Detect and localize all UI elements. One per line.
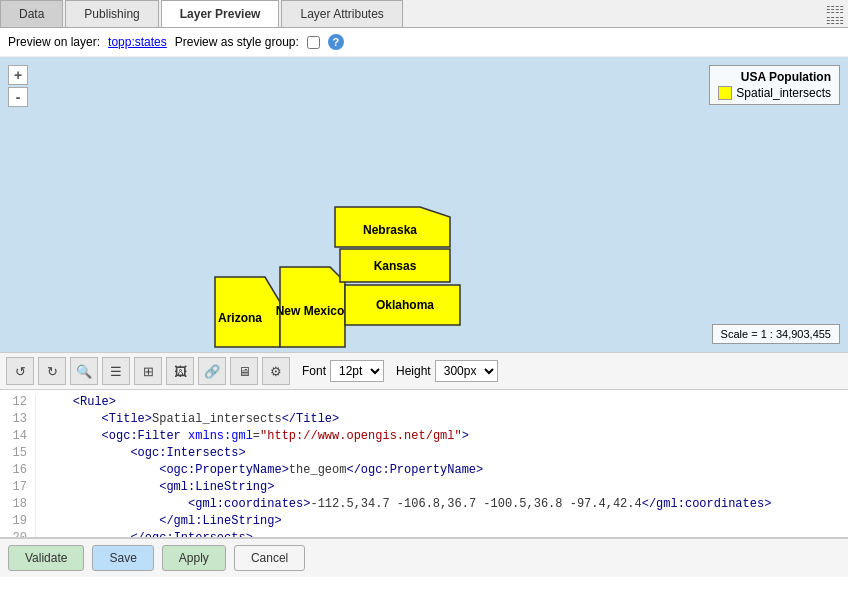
tab-data[interactable]: Data (0, 0, 63, 27)
height-label: Height (396, 364, 431, 378)
line-number: 16 (0, 462, 36, 479)
line-content: </gml:LineString> (44, 513, 282, 530)
line-content: </ogc:Intersects> (44, 530, 253, 538)
line-number: 15 (0, 445, 36, 462)
code-line-13: 13 <Title>Spatial_intersects</Title> (0, 411, 848, 428)
code-line-19: 19 </gml:LineString> (0, 513, 848, 530)
map-container[interactable]: + - Arizona New Mexico Nebraska Kansas O… (0, 57, 848, 352)
code-editor[interactable]: 12 <Rule> 13 <Title>Spatial_intersects</… (0, 390, 848, 538)
legend-item: Spatial_intersects (718, 86, 831, 100)
svg-text:New Mexico: New Mexico (276, 304, 345, 318)
code-line-17: 17 <gml:LineString> (0, 479, 848, 496)
code-line-20: 20 </ogc:Intersects> (0, 530, 848, 538)
table-button[interactable]: ⊞ (134, 357, 162, 385)
legend-item-label: Spatial_intersects (736, 86, 831, 100)
scale-bar: Scale = 1 : 34,903,455 (712, 324, 840, 344)
line-content: <ogc:Intersects> (44, 445, 246, 462)
zoom-in-button[interactable]: + (8, 65, 28, 85)
tab-layer-preview[interactable]: Layer Preview (161, 0, 280, 27)
line-content: <Title>Spatial_intersects</Title> (44, 411, 339, 428)
code-line-18: 18 <gml:coordinates>-112.5,34.7 -106.8,3… (0, 496, 848, 513)
line-content: <ogc:Filter xmlns:gml="http://www.opengi… (44, 428, 469, 445)
code-line-15: 15 <ogc:Intersects> (0, 445, 848, 462)
code-line-16: 16 <ogc:PropertyName>the_geom</ogc:Prope… (0, 462, 848, 479)
style-group-label: Preview as style group: (175, 35, 299, 49)
save-button[interactable]: Save (92, 545, 153, 571)
line-content: <gml:LineString> (44, 479, 274, 496)
line-number: 14 (0, 428, 36, 445)
font-size-select[interactable]: 12pt 10pt 14pt (330, 360, 384, 382)
height-size-select[interactable]: 300px 200px 400px (435, 360, 498, 382)
tab-layer-attributes[interactable]: Layer Attributes (281, 0, 402, 27)
line-number: 18 (0, 496, 36, 513)
svg-text:Kansas: Kansas (374, 259, 417, 273)
list-button[interactable]: ☰ (102, 357, 130, 385)
editor-toolbar: ↺ ↻ 🔍 ☰ ⊞ 🖼 🔗 🖥 ⚙ Font 12pt 10pt 14pt He… (0, 352, 848, 390)
tab-bar: Data Publishing Layer Preview Layer Attr… (0, 0, 848, 28)
map-legend: USA Population Spatial_intersects (709, 65, 840, 105)
redo-button[interactable]: ↻ (38, 357, 66, 385)
legend-title: USA Population (718, 70, 831, 84)
line-number: 20 (0, 530, 36, 538)
bottom-bar: Validate Save Apply Cancel (0, 538, 848, 577)
font-label: Font (302, 364, 326, 378)
line-number: 13 (0, 411, 36, 428)
scale-text: Scale = 1 : 34,903,455 (721, 328, 831, 340)
line-number: 17 (0, 479, 36, 496)
preview-layer-link[interactable]: topp:states (108, 35, 167, 49)
code-line-12: 12 <Rule> (0, 394, 848, 411)
corner-icon[interactable]: ☷☷☷☷ (826, 4, 844, 26)
find-button[interactable]: 🔍 (70, 357, 98, 385)
settings-button[interactable]: ⚙ (262, 357, 290, 385)
preview-layer-label: Preview on layer: (8, 35, 100, 49)
legend-color-swatch (718, 86, 732, 100)
help-icon[interactable]: ? (328, 34, 344, 50)
line-number: 19 (0, 513, 36, 530)
svg-text:Nebraska: Nebraska (363, 223, 417, 237)
line-number: 12 (0, 394, 36, 411)
apply-button[interactable]: Apply (162, 545, 226, 571)
image-button[interactable]: 🖼 (166, 357, 194, 385)
line-content: <Rule> (44, 394, 116, 411)
code-line-14: 14 <ogc:Filter xmlns:gml="http://www.ope… (0, 428, 848, 445)
link-button[interactable]: 🔗 (198, 357, 226, 385)
line-content: <ogc:PropertyName>the_geom</ogc:Property… (44, 462, 483, 479)
style-group-checkbox[interactable] (307, 36, 320, 49)
cancel-button[interactable]: Cancel (234, 545, 305, 571)
line-content: <gml:coordinates>-112.5,34.7 -106.8,36.7… (44, 496, 771, 513)
validate-button[interactable]: Validate (8, 545, 84, 571)
map-controls: + - (8, 65, 28, 107)
svg-text:Arizona: Arizona (218, 311, 262, 325)
svg-text:Oklahoma: Oklahoma (376, 298, 434, 312)
tab-publishing[interactable]: Publishing (65, 0, 158, 27)
zoom-out-button[interactable]: - (8, 87, 28, 107)
screen-button[interactable]: 🖥 (230, 357, 258, 385)
preview-bar: Preview on layer: topp:states Preview as… (0, 28, 848, 57)
undo-button[interactable]: ↺ (6, 357, 34, 385)
